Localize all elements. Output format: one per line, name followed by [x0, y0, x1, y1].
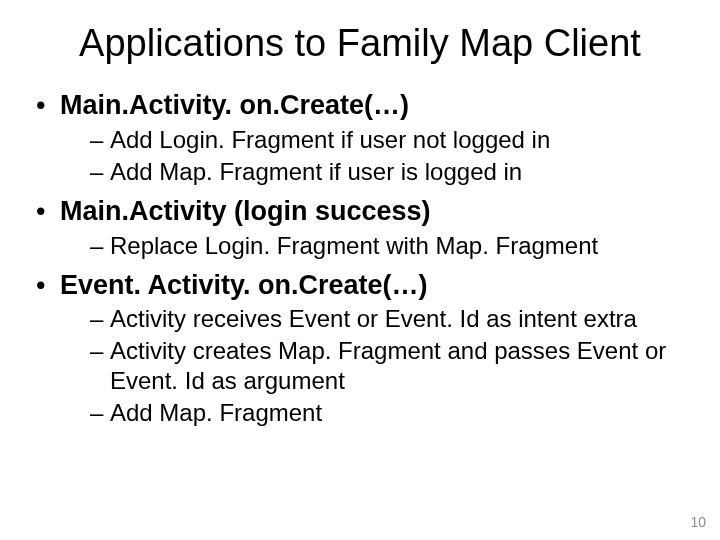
bullet-item: Main.Activity (login success) Replace Lo…	[36, 195, 684, 261]
bullet-label: Main.Activity. on.Create(…)	[60, 90, 409, 120]
sub-bullet-list: Activity receives Event or Event. Id as …	[60, 304, 684, 428]
slide-title: Applications to Family Map Client	[0, 0, 720, 65]
sub-bullet-item: Add Map. Fragment if user is logged in	[90, 157, 684, 187]
sub-bullet-item: Replace Login. Fragment with Map. Fragme…	[90, 231, 684, 261]
sub-bullet-item: Add Login. Fragment if user not logged i…	[90, 125, 684, 155]
bullet-list: Main.Activity. on.Create(…) Add Login. F…	[36, 89, 684, 428]
bullet-item: Main.Activity. on.Create(…) Add Login. F…	[36, 89, 684, 187]
bullet-label: Event. Activity. on.Create(…)	[60, 270, 428, 300]
page-number: 10	[690, 514, 706, 530]
bullet-item: Event. Activity. on.Create(…) Activity r…	[36, 269, 684, 429]
sub-bullet-list: Add Login. Fragment if user not logged i…	[60, 125, 684, 187]
sub-bullet-list: Replace Login. Fragment with Map. Fragme…	[60, 231, 684, 261]
slide-body: Main.Activity. on.Create(…) Add Login. F…	[0, 65, 720, 428]
bullet-label: Main.Activity (login success)	[60, 196, 431, 226]
sub-bullet-item: Add Map. Fragment	[90, 398, 684, 428]
slide: Applications to Family Map Client Main.A…	[0, 0, 720, 540]
sub-bullet-item: Activity creates Map. Fragment and passe…	[90, 336, 684, 396]
sub-bullet-item: Activity receives Event or Event. Id as …	[90, 304, 684, 334]
